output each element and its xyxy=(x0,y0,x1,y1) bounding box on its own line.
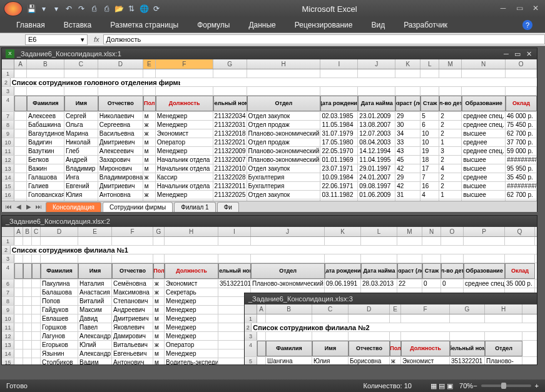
cell[interactable]: м xyxy=(143,112,156,120)
cell[interactable] xyxy=(469,78,485,86)
cell[interactable]: 59 000 р. xyxy=(506,147,537,155)
cell[interactable] xyxy=(23,341,32,349)
cell[interactable] xyxy=(312,314,349,323)
cell[interactable] xyxy=(23,297,32,305)
cell[interactable]: Виталий xyxy=(78,297,112,305)
cell[interactable] xyxy=(320,87,358,95)
row-header[interactable]: 16 xyxy=(2,191,14,199)
cell[interactable]: 62 700 р. xyxy=(506,191,537,199)
column-header[interactable]: C xyxy=(312,304,349,314)
cell[interactable]: Дмитриевич xyxy=(98,138,143,146)
cell[interactable]: 211322009 xyxy=(213,147,247,155)
cell[interactable] xyxy=(251,237,325,245)
cell[interactable]: Менеджер xyxy=(165,349,218,358)
row-header[interactable]: 2 xyxy=(245,323,252,331)
column-header[interactable]: L xyxy=(420,59,439,69)
cell[interactable] xyxy=(487,246,516,254)
cell[interactable] xyxy=(361,237,397,245)
cell[interactable]: Дмитриевич xyxy=(98,182,143,190)
ribbon-tab-Рецензирование[interactable]: Рецензирование xyxy=(291,19,357,31)
zoom-value[interactable]: 70% xyxy=(459,382,473,389)
cell[interactable] xyxy=(230,78,262,86)
cell[interactable]: Глеб xyxy=(64,147,98,155)
cell[interactable]: Ольга xyxy=(64,121,98,129)
cell[interactable] xyxy=(516,246,537,254)
table-header[interactable]: Кол-во детей xyxy=(439,96,462,111)
cell[interactable] xyxy=(349,314,390,323)
cell[interactable]: ж xyxy=(143,129,156,138)
cell[interactable]: Секретарь xyxy=(165,288,218,296)
zoom-slider[interactable] xyxy=(481,384,531,387)
row-header[interactable]: 5 xyxy=(245,357,257,364)
cell[interactable]: м xyxy=(143,156,156,164)
table-header[interactable]: Дата рождения xyxy=(325,263,361,279)
cell[interactable]: Попов xyxy=(41,297,78,305)
cell[interactable] xyxy=(484,78,515,86)
cell[interactable]: Менеджер xyxy=(165,314,218,323)
row-header[interactable]: 9 xyxy=(2,129,14,138)
cell[interactable]: 30 xyxy=(395,121,420,129)
table-header[interactable] xyxy=(14,263,23,279)
cell[interactable]: Максимовна xyxy=(112,288,153,296)
cell[interactable]: 10.09.1984 xyxy=(320,173,358,181)
cell[interactable]: 23.07.1971 xyxy=(320,164,358,173)
cell[interactable] xyxy=(334,78,385,86)
cell[interactable]: Отдел продаж xyxy=(247,121,321,129)
select-all-corner[interactable] xyxy=(2,59,14,69)
cell[interactable]: 02.03.1985 xyxy=(320,112,358,120)
row-header[interactable]: 3 xyxy=(2,87,14,95)
save-icon[interactable]: 💾 xyxy=(26,4,36,14)
cell[interactable] xyxy=(411,78,437,86)
cell[interactable]: Давид xyxy=(78,314,112,323)
table-header[interactable]: Пол xyxy=(143,96,156,111)
cell[interactable] xyxy=(206,78,230,86)
table-header[interactable]: Дата рождения xyxy=(320,96,358,111)
cell[interactable]: Список сотрудников филиала №2 xyxy=(252,323,389,331)
cell[interactable]: м xyxy=(153,358,165,364)
table-header[interactable]: Отдел xyxy=(247,96,321,111)
cell[interactable]: Гуськова xyxy=(27,199,64,201)
tab-nav-prev[interactable]: ◀ xyxy=(14,203,23,210)
cell[interactable]: ######### xyxy=(506,156,537,164)
table-header[interactable]: Стаж xyxy=(422,263,441,279)
cell[interactable] xyxy=(213,69,247,78)
cell[interactable]: 43 xyxy=(395,147,420,155)
ribbon-tab-Разметка страницы[interactable]: Разметка страницы xyxy=(106,19,182,31)
cell[interactable]: ######### xyxy=(506,182,537,190)
cell[interactable]: Важин xyxy=(27,164,64,173)
cell[interactable]: Сергей xyxy=(64,112,98,120)
table-header[interactable]: Должность xyxy=(165,263,218,279)
cell[interactable]: Александр xyxy=(78,332,112,340)
column-header[interactable]: M xyxy=(397,227,422,236)
cell[interactable]: м xyxy=(143,138,156,146)
cell[interactable]: 2 xyxy=(439,129,462,138)
cell[interactable] xyxy=(262,78,271,86)
column-header[interactable]: K xyxy=(325,227,361,236)
cell[interactable]: 3 xyxy=(439,147,462,155)
cell[interactable] xyxy=(23,332,32,340)
table-header[interactable]: Оклад xyxy=(506,96,537,111)
cell[interactable] xyxy=(325,254,361,263)
cell[interactable] xyxy=(390,332,401,340)
cell[interactable] xyxy=(467,323,495,331)
column-header[interactable]: P xyxy=(464,227,505,236)
column-header[interactable]: O xyxy=(441,227,464,236)
cell[interactable]: 1 xyxy=(439,191,462,199)
cell[interactable]: Евгеньевич xyxy=(112,349,153,358)
cell[interactable]: высшее xyxy=(462,182,506,190)
cell[interactable]: 211322025 xyxy=(213,191,247,199)
formula-input[interactable]: Должность xyxy=(103,34,545,44)
cell[interactable]: Вадигин xyxy=(27,138,64,146)
cell[interactable]: 09.06.1991 xyxy=(325,279,361,288)
cell[interactable]: высшее xyxy=(462,129,506,138)
cell[interactable]: Столбиков xyxy=(41,358,78,364)
cell[interactable]: Евлашев xyxy=(41,314,78,323)
table-header[interactable]: Имя xyxy=(64,96,98,111)
cell[interactable]: 31.07.1979 xyxy=(320,129,358,138)
cell[interactable]: 0 xyxy=(441,279,464,288)
cell[interactable]: Менеджер xyxy=(165,332,218,340)
cell[interactable] xyxy=(180,246,186,254)
cell[interactable] xyxy=(32,279,41,288)
ribbon-tab-Формулы[interactable]: Формулы xyxy=(193,19,233,31)
cell[interactable]: 2 xyxy=(439,112,462,120)
